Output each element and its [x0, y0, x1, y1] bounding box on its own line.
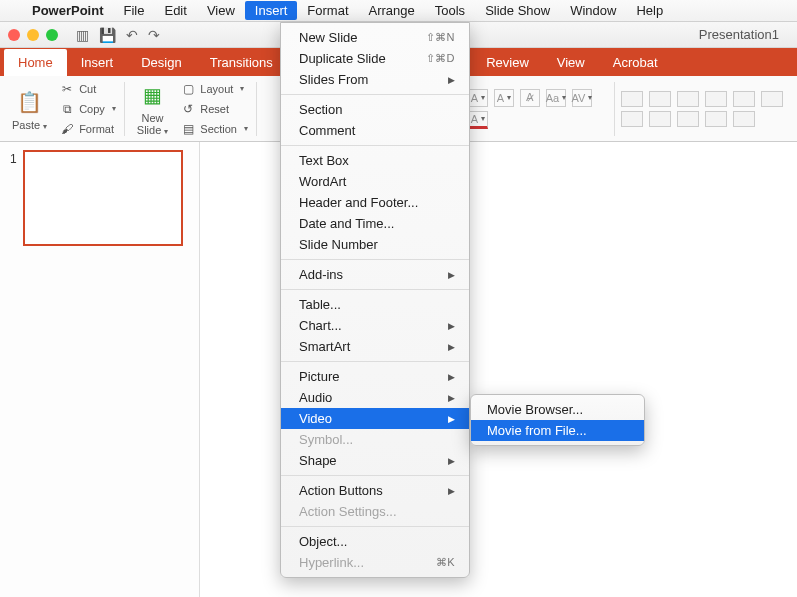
qat-undo-icon[interactable]: ↶: [126, 27, 138, 43]
menu-item-picture[interactable]: Picture: [281, 366, 469, 387]
columns-button[interactable]: [705, 111, 727, 127]
justify-button[interactable]: [677, 111, 699, 127]
menu-shortcut: ⇧⌘D: [426, 52, 455, 65]
menu-item-label: Date and Time...: [299, 216, 394, 231]
char-spacing[interactable]: AV: [572, 89, 592, 107]
reset-icon: ↺: [180, 101, 196, 117]
format-painter-button[interactable]: 🖌Format: [57, 120, 118, 138]
menu-item-label: Text Box: [299, 153, 349, 168]
menu-item-action-buttons[interactable]: Action Buttons: [281, 480, 469, 501]
menu-item-comment[interactable]: Comment: [281, 120, 469, 141]
menu-item-label: Action Buttons: [299, 483, 383, 498]
mac-menubar: PowerPoint FileEditViewInsertFormatArran…: [0, 0, 797, 22]
menu-item-label: Video: [299, 411, 332, 426]
minimize-icon[interactable]: [27, 29, 39, 41]
menu-item-smartart[interactable]: SmartArt: [281, 336, 469, 357]
menu-item-label: Audio: [299, 390, 332, 405]
qat-thumbnail-icon[interactable]: ▥: [76, 27, 89, 43]
menu-item-label: Object...: [299, 534, 347, 549]
section-button[interactable]: ▤Section: [178, 120, 250, 138]
menubar-item-file[interactable]: File: [114, 1, 155, 20]
menu-item-add-ins[interactable]: Add-ins: [281, 264, 469, 285]
slide-thumbnail[interactable]: [23, 150, 183, 246]
close-icon[interactable]: [8, 29, 20, 41]
clear-format[interactable]: A̷: [520, 89, 540, 107]
menu-item-audio[interactable]: Audio: [281, 387, 469, 408]
cut-button[interactable]: ✂Cut: [57, 80, 118, 98]
numbering-button[interactable]: [649, 91, 671, 107]
menubar-item-arrange[interactable]: Arrange: [359, 1, 425, 20]
paste-icon[interactable]: 📋: [15, 87, 45, 117]
new-slide-button[interactable]: New Slide: [137, 112, 168, 137]
align-right-button[interactable]: [649, 111, 671, 127]
menu-item-slides-from[interactable]: Slides From: [281, 69, 469, 90]
menu-item-label: Header and Footer...: [299, 195, 418, 210]
ribbon-tab-acrobat[interactable]: Acrobat: [599, 49, 672, 76]
slide-panel[interactable]: 1: [0, 142, 200, 597]
ribbon-tab-review[interactable]: Review: [472, 49, 543, 76]
paragraph-group: [621, 91, 791, 127]
zoom-icon[interactable]: [46, 29, 58, 41]
menu-separator: [281, 361, 469, 362]
menu-item-shape[interactable]: Shape: [281, 450, 469, 471]
paste-button[interactable]: Paste: [12, 119, 47, 131]
qat-save-icon[interactable]: 💾: [99, 27, 116, 43]
menubar-item-view[interactable]: View: [197, 1, 245, 20]
reset-button[interactable]: ↺Reset: [178, 100, 250, 118]
menubar-items: FileEditViewInsertFormatArrangeToolsSlid…: [114, 1, 674, 20]
menu-item-video[interactable]: Video: [281, 408, 469, 429]
font-size-decrease[interactable]: A: [494, 89, 514, 107]
indent-dec-button[interactable]: [677, 91, 699, 107]
text-direction-button[interactable]: [733, 111, 755, 127]
ribbon-tab-transitions[interactable]: Transitions: [196, 49, 287, 76]
ribbon-tab-home[interactable]: Home: [4, 49, 67, 76]
menu-separator: [281, 289, 469, 290]
menubar-item-help[interactable]: Help: [626, 1, 673, 20]
new-slide-group: ▦ New Slide: [131, 78, 174, 139]
menu-item-wordart[interactable]: WordArt: [281, 171, 469, 192]
font-color[interactable]: A: [468, 111, 488, 129]
video-submenu: Movie Browser...Movie from File...: [470, 394, 645, 446]
align-left-button[interactable]: [761, 91, 783, 107]
align-center-button[interactable]: [621, 111, 643, 127]
menubar-item-tools[interactable]: Tools: [425, 1, 475, 20]
menu-item-new-slide[interactable]: New Slide⇧⌘N: [281, 27, 469, 48]
ribbon-tab-insert[interactable]: Insert: [67, 49, 128, 76]
menu-separator: [281, 145, 469, 146]
menubar-item-insert[interactable]: Insert: [245, 1, 298, 20]
app-name[interactable]: PowerPoint: [24, 3, 112, 18]
document-title: Presentation1: [699, 27, 779, 42]
menu-item-slide-number[interactable]: Slide Number: [281, 234, 469, 255]
change-case[interactable]: Aa: [546, 89, 566, 107]
menubar-item-window[interactable]: Window: [560, 1, 626, 20]
menu-item-label: Action Settings...: [299, 504, 397, 519]
menu-item-object[interactable]: Object...: [281, 531, 469, 552]
qat-redo-icon[interactable]: ↷: [148, 27, 160, 43]
submenu-item-movie-browser[interactable]: Movie Browser...: [471, 399, 644, 420]
copy-icon: ⧉: [59, 101, 75, 117]
menu-item-date-and-time[interactable]: Date and Time...: [281, 213, 469, 234]
bullets-button[interactable]: [621, 91, 643, 107]
menu-shortcut: ⇧⌘N: [426, 31, 455, 44]
menu-item-header-and-footer[interactable]: Header and Footer...: [281, 192, 469, 213]
submenu-item-movie-from-file[interactable]: Movie from File...: [471, 420, 644, 441]
menu-item-text-box[interactable]: Text Box: [281, 150, 469, 171]
new-slide-icon[interactable]: ▦: [138, 80, 168, 110]
ribbon-tab-view[interactable]: View: [543, 49, 599, 76]
menu-item-chart[interactable]: Chart...: [281, 315, 469, 336]
layout-button[interactable]: ▢Layout: [178, 80, 250, 98]
menubar-item-edit[interactable]: Edit: [154, 1, 196, 20]
menu-item-label: Slide Number: [299, 237, 378, 252]
copy-button[interactable]: ⧉Copy: [57, 100, 118, 118]
menubar-item-format[interactable]: Format: [297, 1, 358, 20]
font-size-increase[interactable]: A: [468, 89, 488, 107]
quick-access-toolbar: ▥ 💾 ↶ ↷: [76, 27, 160, 43]
menu-item-duplicate-slide[interactable]: Duplicate Slide⇧⌘D: [281, 48, 469, 69]
line-spacing-button[interactable]: [733, 91, 755, 107]
slide-thumb-row[interactable]: 1: [10, 150, 189, 246]
menubar-item-slide-show[interactable]: Slide Show: [475, 1, 560, 20]
indent-inc-button[interactable]: [705, 91, 727, 107]
ribbon-tab-design[interactable]: Design: [127, 49, 195, 76]
menu-item-table[interactable]: Table...: [281, 294, 469, 315]
menu-item-section[interactable]: Section: [281, 99, 469, 120]
